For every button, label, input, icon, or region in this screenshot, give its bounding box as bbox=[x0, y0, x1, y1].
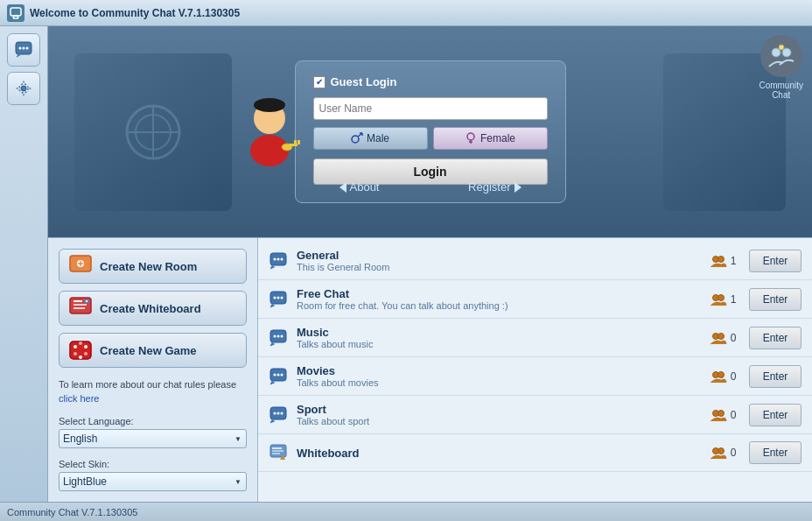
guest-login-label: Guest Login bbox=[331, 75, 397, 88]
svg-point-58 bbox=[718, 294, 724, 300]
svg-point-44 bbox=[74, 352, 77, 356]
room-user-count: 1 bbox=[705, 254, 740, 268]
about-link[interactable]: About bbox=[340, 180, 380, 194]
svg-point-48 bbox=[274, 257, 276, 260]
window-title: Welcome to Community Chat V.7.1.130305 bbox=[30, 7, 240, 19]
room-user-count: 0 bbox=[705, 331, 740, 345]
svg-point-46 bbox=[84, 352, 88, 356]
room-info: Movies Talks about movies bbox=[297, 364, 696, 388]
room-info: Free Chat Room for free chat. You can ta… bbox=[297, 287, 696, 311]
svg-point-12 bbox=[772, 48, 780, 57]
svg-point-43 bbox=[84, 345, 88, 349]
room-desc: Room for free chat. You can talk about a… bbox=[297, 300, 696, 311]
guest-login-row: ✔ Guest Login bbox=[313, 75, 548, 88]
svg-point-14 bbox=[779, 45, 784, 50]
male-button[interactable]: Male bbox=[313, 127, 428, 150]
svg-point-73 bbox=[277, 412, 280, 414]
content-area: CommunityChat ✔ Guest Login bbox=[48, 26, 812, 502]
room-type-icon bbox=[269, 290, 288, 309]
language-select-group: Select Language: English Deutsch Español… bbox=[59, 416, 247, 448]
language-label: Select Language: bbox=[59, 416, 247, 426]
sidebar-settings-button[interactable] bbox=[7, 72, 40, 105]
enter-room-button[interactable]: Enter bbox=[749, 365, 802, 388]
svg-rect-0 bbox=[10, 8, 21, 16]
room-info: Whiteboard bbox=[297, 447, 696, 460]
room-info: General This is General Room bbox=[297, 249, 696, 272]
svg-point-68 bbox=[281, 373, 284, 376]
room-type-icon bbox=[269, 405, 288, 425]
room-user-count: 0 bbox=[705, 370, 740, 384]
avatar-container bbox=[234, 88, 304, 166]
enter-room-button[interactable]: Enter bbox=[749, 250, 802, 272]
create-whiteboard-icon bbox=[68, 296, 93, 320]
svg-point-22 bbox=[352, 136, 359, 143]
enter-room-button[interactable]: Enter bbox=[749, 327, 802, 349]
rules-link[interactable]: click here bbox=[59, 393, 99, 404]
svg-point-42 bbox=[79, 341, 82, 345]
room-name: Whiteboard bbox=[297, 447, 696, 460]
room-desc: Talks about music bbox=[297, 339, 696, 349]
skin-select-wrapper: LightBlue Dark Classic ▼ bbox=[59, 472, 247, 491]
language-select-wrapper: English Deutsch Español Français ▼ bbox=[59, 429, 247, 448]
enter-room-button[interactable]: Enter bbox=[749, 404, 802, 426]
svg-point-13 bbox=[782, 48, 791, 57]
create-room-icon bbox=[68, 254, 93, 278]
svg-point-5 bbox=[26, 47, 29, 50]
svg-point-52 bbox=[718, 256, 724, 262]
create-room-button[interactable]: Create New Room bbox=[59, 249, 247, 284]
room-list: General This is General Room 1 Enter Fre… bbox=[258, 238, 812, 502]
banner-nav-row: About Register bbox=[296, 180, 565, 194]
status-bar: Community Chat V.7.1.130305 bbox=[0, 502, 812, 521]
sidebar bbox=[0, 26, 48, 502]
community-badge: CommunityChat bbox=[759, 35, 803, 100]
username-input[interactable] bbox=[313, 97, 548, 120]
create-whiteboard-button[interactable]: Create Whiteboard bbox=[59, 291, 247, 326]
register-arrow-icon bbox=[514, 182, 522, 193]
room-user-count: 0 bbox=[705, 408, 740, 422]
skin-label: Select Skin: bbox=[59, 459, 247, 469]
room-row: Whiteboard 0 Enter bbox=[258, 434, 812, 472]
svg-point-50 bbox=[281, 257, 284, 260]
svg-rect-21 bbox=[298, 140, 300, 144]
room-type-icon bbox=[269, 367, 288, 386]
room-type-icon bbox=[269, 328, 288, 348]
room-desc: Talks about movies bbox=[297, 377, 696, 388]
room-row: Sport Talks about sport 0 Enter bbox=[258, 396, 812, 434]
svg-point-45 bbox=[79, 356, 82, 359]
svg-point-82 bbox=[718, 448, 724, 454]
community-badge-text: CommunityChat bbox=[759, 81, 803, 100]
svg-point-60 bbox=[274, 334, 276, 337]
svg-rect-20 bbox=[294, 140, 297, 144]
female-button[interactable]: Female bbox=[433, 127, 548, 150]
guest-checkbox[interactable]: ✔ bbox=[313, 76, 326, 88]
room-desc: This is General Room bbox=[297, 262, 696, 272]
create-game-button[interactable]: Create New Game bbox=[59, 333, 247, 368]
svg-point-76 bbox=[718, 410, 724, 416]
svg-point-74 bbox=[281, 412, 284, 414]
svg-point-3 bbox=[19, 47, 22, 50]
about-arrow-icon bbox=[340, 182, 346, 193]
status-text: Community Chat V.7.1.130305 bbox=[7, 507, 137, 517]
svg-point-6 bbox=[21, 86, 26, 91]
room-name: General bbox=[297, 249, 696, 262]
room-desc: Talks about sport bbox=[297, 416, 696, 426]
left-panel: Create New Room Cr bbox=[48, 238, 258, 502]
enter-room-button[interactable]: Enter bbox=[749, 441, 802, 464]
svg-point-55 bbox=[277, 296, 280, 299]
enter-room-button[interactable]: Enter bbox=[749, 288, 802, 311]
skin-select-group: Select Skin: LightBlue Dark Classic ▼ bbox=[59, 459, 247, 491]
sidebar-chat-button[interactable] bbox=[7, 33, 40, 67]
banner-left-panel bbox=[74, 53, 232, 211]
room-name: Free Chat bbox=[297, 287, 696, 300]
svg-point-49 bbox=[277, 257, 280, 260]
language-select[interactable]: English Deutsch Español Français bbox=[59, 429, 247, 448]
room-user-count: 0 bbox=[705, 446, 740, 460]
svg-point-72 bbox=[274, 412, 276, 414]
skin-select[interactable]: LightBlue Dark Classic bbox=[59, 472, 247, 491]
room-name: Music bbox=[297, 326, 696, 339]
room-row: Music Talks about music 0 Enter bbox=[258, 319, 812, 357]
register-link[interactable]: Register bbox=[468, 180, 521, 194]
svg-point-61 bbox=[277, 334, 280, 337]
room-row: General This is General Room 1 Enter bbox=[258, 242, 812, 280]
svg-point-54 bbox=[274, 296, 276, 299]
